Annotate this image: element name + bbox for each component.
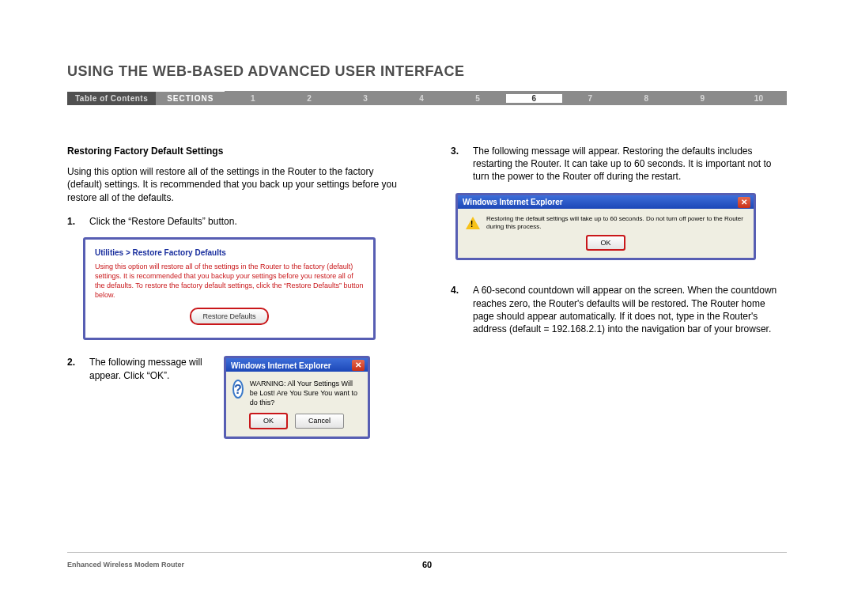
step-2-text: The following message will appear. Click… bbox=[89, 356, 216, 381]
confirm-dialog: Windows Internet Explorer ✕ ? WARNING: A… bbox=[224, 356, 370, 438]
dialog-message: WARNING: All Your Settings Will be Lost!… bbox=[250, 380, 361, 407]
ok-button-2[interactable]: OK bbox=[587, 236, 624, 250]
step-number-3: 3. bbox=[451, 145, 465, 183]
page-number: 60 bbox=[422, 560, 432, 569]
section-6[interactable]: 6 bbox=[506, 94, 562, 103]
dialog2-message: Restoring the default settings will take… bbox=[486, 215, 746, 232]
footer-divider bbox=[67, 552, 787, 553]
sections-nav: Table of Contents SECTIONS 12345678910 bbox=[67, 91, 787, 105]
section-3[interactable]: 3 bbox=[337, 94, 393, 103]
section-heading: Restoring Factory Default Settings bbox=[67, 145, 403, 157]
step-4-text: A 60-second countdown will appear on the… bbox=[473, 284, 787, 335]
dialog2-title: Windows Internet Explorer bbox=[463, 197, 563, 208]
step-number-4: 4. bbox=[451, 284, 465, 335]
dialog-title: Windows Internet Explorer bbox=[231, 361, 331, 372]
section-4[interactable]: 4 bbox=[394, 94, 450, 103]
section-10[interactable]: 10 bbox=[731, 94, 787, 103]
product-name: Enhanced Wireless Modem Router bbox=[67, 561, 184, 569]
section-7[interactable]: 7 bbox=[562, 94, 618, 103]
panel-description: Using this option will restore all of th… bbox=[95, 263, 364, 300]
step-1-text: Click the “Restore Defaults” button. bbox=[89, 215, 403, 228]
question-icon: ? bbox=[232, 380, 244, 399]
step-number-2: 2. bbox=[67, 356, 81, 368]
right-column: 3. The following message will appear. Re… bbox=[451, 145, 787, 448]
ok-button[interactable]: OK bbox=[250, 414, 287, 428]
restore-defaults-panel: Utilities > Restore Factory Defaults Usi… bbox=[83, 237, 376, 340]
close-icon[interactable]: ✕ bbox=[352, 360, 365, 371]
warning-icon bbox=[466, 217, 480, 229]
step-number-1: 1. bbox=[67, 215, 81, 228]
cancel-button[interactable]: Cancel bbox=[295, 414, 344, 428]
page-title: USING THE WEB-BASED ADVANCED USER INTERF… bbox=[67, 63, 787, 80]
section-8[interactable]: 8 bbox=[618, 94, 675, 103]
sections-label: SECTIONS bbox=[156, 92, 225, 105]
restore-defaults-button[interactable]: Restore Defaults bbox=[190, 308, 268, 325]
panel-breadcrumb: Utilities > Restore Factory Defaults bbox=[95, 248, 364, 259]
intro-paragraph: Using this option will restore all of th… bbox=[67, 165, 403, 204]
section-5[interactable]: 5 bbox=[450, 94, 506, 103]
left-column: Restoring Factory Default Settings Using… bbox=[67, 145, 403, 448]
close-icon[interactable]: ✕ bbox=[738, 197, 750, 208]
section-2[interactable]: 2 bbox=[281, 94, 337, 103]
section-1[interactable]: 1 bbox=[225, 94, 281, 103]
step-3-text: The following message will appear. Resto… bbox=[473, 145, 787, 183]
table-of-contents-link[interactable]: Table of Contents bbox=[67, 92, 156, 105]
restart-dialog: Windows Internet Explorer ✕ Restoring th… bbox=[455, 193, 756, 261]
section-9[interactable]: 9 bbox=[675, 94, 731, 103]
